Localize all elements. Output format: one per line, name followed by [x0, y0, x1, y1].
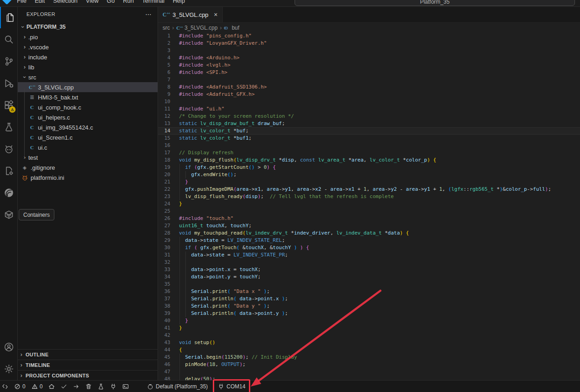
remote-indicator[interactable]	[2, 381, 8, 392]
tree-item-include[interactable]: ›include	[17, 52, 158, 62]
test-beaker-icon[interactable]	[0, 116, 17, 138]
platformio-icon[interactable]	[0, 138, 17, 160]
section-project-components[interactable]: ›PROJECT COMPONENTS	[17, 370, 158, 381]
pio-build-button[interactable]	[61, 381, 67, 392]
home-icon	[48, 383, 55, 390]
breadcrumb-src[interactable]: src	[163, 25, 170, 31]
menu-help[interactable]: Help	[169, 0, 189, 5]
tree-item-label: test	[28, 154, 38, 161]
code-line-13: 13static lv_disp_draw_buf_t draw_buf;	[158, 120, 580, 127]
tree-item-test[interactable]: ›test	[17, 152, 158, 162]
menu-go[interactable]: Go	[103, 0, 119, 5]
code-editor[interactable]: 1#include "pins_config.h"2#include "Lovy…	[158, 32, 580, 381]
pio-home-button[interactable]	[48, 381, 55, 392]
menu-terminal[interactable]: Terminal	[138, 0, 169, 5]
tree-item-label: ui_Screen1.c	[38, 134, 73, 141]
code-line-4: 4#include <Arduino.h>	[158, 54, 580, 62]
warnings-item[interactable]: 0	[32, 381, 43, 392]
code-line-content: }	[179, 178, 580, 186]
command-center-search[interactable]: Platform_35	[295, 0, 575, 6]
espressif-icon[interactable]	[0, 182, 17, 204]
tree-item--vscode[interactable]: ›.vscode	[17, 42, 158, 52]
code-line-content	[179, 47, 580, 54]
pio-terminal-button[interactable]	[122, 381, 129, 392]
breadcrumb-buf[interactable]: buf	[224, 25, 239, 31]
indent-guide	[179, 295, 180, 303]
chevron-right-icon: ›	[21, 54, 28, 60]
close-icon[interactable]: ×	[214, 11, 217, 18]
project-tasks-icon[interactable]	[0, 160, 17, 182]
tree-item-platformio-ini[interactable]: platformio.ini	[17, 172, 158, 183]
errors-item[interactable]: 0	[14, 381, 26, 392]
breadcrumb-3-5lvgl-cpp[interactable]: C++3_5LVGL.cpp	[176, 25, 217, 31]
pio-env-selector[interactable]: Default (Platform_35)	[147, 381, 208, 392]
files-icon[interactable]	[0, 6, 18, 28]
menu-edit[interactable]: Edit	[31, 0, 49, 5]
pio-upload-button[interactable]	[73, 381, 79, 392]
serial-port-selector[interactable]: COM14	[218, 381, 245, 392]
menu-selection[interactable]: Selection	[49, 0, 81, 5]
line-number: 1	[158, 32, 170, 40]
sidebar-bottom-sections: ›OUTLINE›TIMELINE›PROJECT COMPONENTS	[17, 349, 158, 381]
code-line-content: static lv_color_t *buf;	[179, 127, 580, 135]
line-number: 41	[158, 324, 170, 332]
line-number: 35	[158, 281, 170, 288]
source-control-icon[interactable]	[0, 50, 17, 72]
code-line-44: 44{	[158, 346, 580, 354]
error-icon	[14, 383, 21, 390]
section-timeline[interactable]: ›TIMELINE	[17, 360, 158, 370]
tree-item-hmi3-5-bak-txt[interactable]: ≣HMI3-5_bak.txt	[17, 92, 158, 102]
section-outline[interactable]: ›OUTLINE	[17, 349, 158, 360]
breadcrumb-label: src	[163, 25, 170, 31]
tree-item-ui-c[interactable]: Cui.c	[17, 142, 158, 152]
indent-guide	[185, 251, 186, 259]
code-line-45: 45 Serial.begin(115200); // Init Display	[158, 354, 580, 361]
check-icon	[61, 383, 67, 390]
indent-guide	[185, 171, 186, 178]
activity-bar: ⚠	[0, 6, 18, 381]
code-line-14: 14static lv_color_t *buf;	[158, 127, 580, 135]
search-icon[interactable]	[0, 28, 17, 50]
menu-run[interactable]: Run	[119, 0, 138, 5]
txt-file-icon: ≣	[28, 94, 36, 100]
code-line-content	[179, 368, 580, 376]
code-line-23: 23 lv_disp_flush_ready(disp); // Tell lv…	[158, 193, 580, 200]
com-port-label: COM14	[227, 383, 245, 390]
menu-file[interactable]: File	[13, 0, 31, 5]
run-debug-icon[interactable]	[0, 72, 17, 94]
tree-item-ui-img-394551424-c[interactable]: Cui_img_394551424.c	[17, 122, 158, 132]
settings-gear-icon[interactable]	[0, 358, 17, 380]
account-icon[interactable]	[0, 336, 17, 358]
pio-clean-button[interactable]	[85, 381, 92, 392]
chevron-right-icon: ›	[21, 154, 28, 161]
tree-item-label: .pio	[28, 34, 38, 41]
code-line-content: gfx.endWrite();	[179, 171, 580, 178]
explorer-more-actions-button[interactable]: ⋯	[145, 10, 152, 18]
tab-3-5lvgl-cpp[interactable]: C++ 3_5LVGL.cpp ×	[158, 6, 223, 22]
pio-serial-monitor-button[interactable]	[110, 381, 116, 392]
pio-test-button[interactable]	[98, 381, 104, 392]
menu-view[interactable]: View	[82, 0, 103, 5]
extensions-icon[interactable]: ⚠	[0, 94, 17, 116]
containers-icon[interactable]	[0, 204, 17, 225]
indent-guide	[179, 178, 180, 186]
tree-item-ui-comp-hook-c[interactable]: Cui_comp_hook.c	[17, 102, 158, 112]
tree-root-platform-35[interactable]: › PLATFORM_35	[17, 22, 158, 32]
tree-item-3-5lvgl-cpp[interactable]: C++3_5LVGL.cpp	[17, 82, 158, 92]
line-number: 46	[158, 361, 170, 368]
code-line-27: 27uint16_t touchX, touchY;	[158, 222, 580, 230]
line-number: 20	[158, 171, 170, 178]
tree-item-label: ui.c	[38, 144, 47, 151]
line-number: 44	[158, 346, 170, 354]
code-line-content: #include <lvgl.h>	[179, 62, 580, 69]
tree-item--pio[interactable]: ›.pio	[17, 32, 158, 42]
tree-item-src[interactable]: ›src	[17, 72, 158, 82]
code-line-content: void setup()	[179, 339, 580, 346]
tree-item-ui-helpers-c[interactable]: Cui_helpers.c	[17, 112, 158, 122]
tree-item-lib[interactable]: ›lib	[17, 62, 158, 72]
tree-item--gitignore[interactable]: ◈.gitignore	[17, 162, 158, 172]
tree-item-ui-screen1-c[interactable]: Cui_Screen1.c	[17, 132, 158, 142]
code-line-content	[179, 76, 580, 84]
chevron-right-icon: ›	[21, 64, 28, 70]
code-line-content: uint16_t touchX, touchY;	[179, 222, 580, 230]
